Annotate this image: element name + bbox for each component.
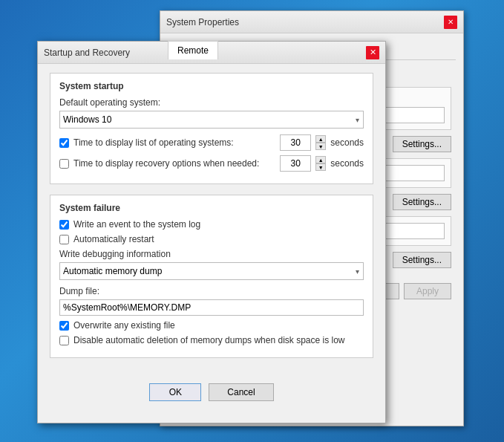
system-failure-title: System failure [59,203,364,213]
display-recovery-checkbox[interactable] [59,159,69,169]
system-failure-section: System failure Write an event to the sys… [50,195,373,358]
settings-btn-2[interactable]: Settings... [393,194,451,210]
auto-restart-label: Automatically restart [73,234,154,244]
startup-recovery-dialog: Startup and Recovery ✕ System startup De… [37,41,386,423]
system-props-close-button[interactable]: ✕ [444,16,457,29]
dump-file-input[interactable] [59,299,364,316]
display-list-label: Time to display list of operating system… [73,137,275,148]
display-list-seconds-input[interactable] [280,134,311,151]
display-list-spinner[interactable]: ▲ ▼ [315,135,326,150]
overwrite-label: Overwrite any existing file [73,320,175,331]
write-event-label: Write an event to the system log [73,219,200,230]
display-recovery-seconds-input[interactable] [280,155,311,172]
dump-file-label: Dump file: [59,286,364,296]
display-list-up-btn[interactable]: ▲ [315,135,326,143]
system-props-titlebar: System Properties ✕ [160,11,463,33]
cancel-button[interactable]: Cancel [209,383,273,401]
display-list-checkbox[interactable] [59,138,69,148]
default-os-label: Default operating system: [59,97,364,108]
display-recovery-seconds-label: seconds [330,158,364,169]
overwrite-checkbox[interactable] [59,321,69,331]
display-recovery-row: Time to display recovery options when ne… [59,155,364,172]
default-os-dropdown-wrapper[interactable]: Windows 10 [59,111,364,129]
tab-remote[interactable]: Remote [168,41,218,59]
write-event-row: Write an event to the system log [59,219,364,230]
overwrite-row: Overwrite any existing file [59,320,364,331]
settings-btn-3[interactable]: Settings... [393,252,451,268]
write-debug-label: Write debugging information [59,249,364,259]
disable-auto-delete-checkbox[interactable] [59,336,69,345]
disable-auto-delete-row: Disable automatic deletion of memory dum… [59,335,364,345]
debug-dropdown-wrapper[interactable]: Automatic memory dump [59,262,364,280]
write-event-checkbox[interactable] [59,220,69,230]
default-os-dropdown[interactable]: Windows 10 [59,111,364,129]
disable-auto-delete-label: Disable automatic deletion of memory dum… [73,335,345,345]
dialog-close-button[interactable]: ✕ [366,46,379,59]
display-list-down-btn[interactable]: ▼ [315,143,326,150]
auto-restart-checkbox[interactable] [59,235,69,244]
display-recovery-label: Time to display recovery options when ne… [73,158,275,169]
system-startup-section: System startup Default operating system:… [50,73,373,184]
system-startup-title: System startup [59,81,364,91]
dialog-footer: OK Cancel [38,377,385,410]
apply-btn[interactable]: Apply [404,283,451,299]
display-recovery-down-btn[interactable]: ▼ [315,163,326,171]
debug-dropdown[interactable]: Automatic memory dump [59,262,364,280]
display-list-seconds-label: seconds [330,137,364,148]
ok-button[interactable]: OK [149,383,201,401]
display-recovery-spinner[interactable]: ▲ ▼ [315,156,326,171]
settings-btn-1[interactable]: Settings... [393,136,451,152]
auto-restart-row: Automatically restart [59,234,364,244]
display-list-row: Time to display list of operating system… [59,134,364,151]
dialog-body: System startup Default operating system:… [38,64,385,377]
system-props-title: System Properties [166,17,444,27]
display-recovery-up-btn[interactable]: ▲ [315,156,326,163]
